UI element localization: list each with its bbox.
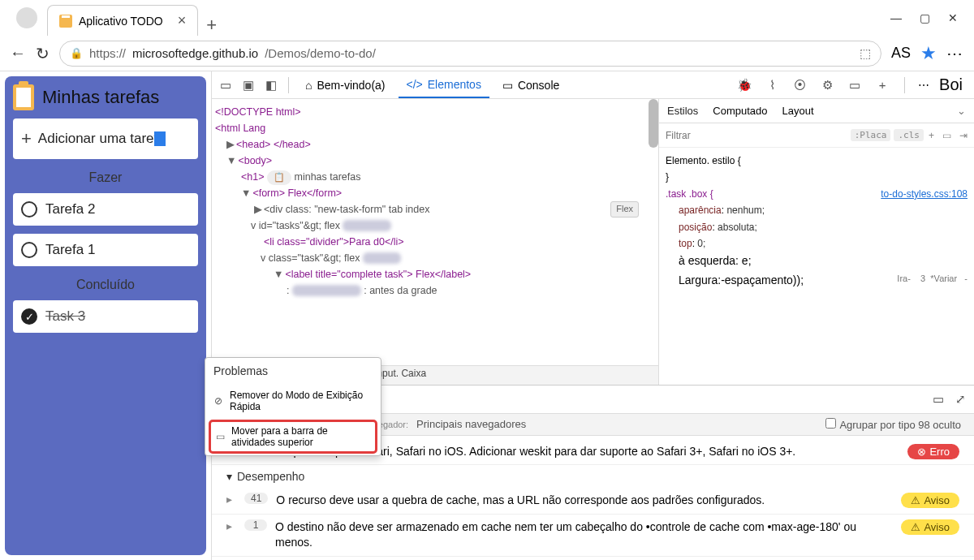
tab-title: Aplicativo TODO [79,15,163,28]
dom-node[interactable]: <label title="complete task"> Flex</labe… [285,269,471,280]
task-label: Tarefa 2 [45,201,95,218]
refresh-button[interactable]: ↻ [36,44,50,63]
tab-close-icon[interactable]: × [178,12,187,29]
warning-chip: ⚠Aviso [901,493,959,508]
drawer-expand-icon[interactable]: ⤢ [955,392,966,407]
new-style-icon[interactable]: + [929,130,934,141]
close-window-icon[interactable]: ✕ [948,11,958,24]
issue-count: 1 [244,519,267,531]
tab-layout[interactable]: Layout [782,105,814,117]
task-radio[interactable] [21,242,37,258]
issue-row[interactable]: ▸ 1 O destino não deve ser armazenado em… [212,515,974,557]
devtools-toolbar: ▭ ▣ ◧ ⌂Bem-vindo(a) </>Elementos ▭Consol… [212,71,974,99]
more-tabs-icon[interactable]: + [873,76,891,94]
text-cursor [154,131,166,146]
inspect-icon[interactable]: ▭ [217,76,235,94]
settings-icon[interactable]: ⚙ [818,76,836,94]
toggle-pane-icon[interactable]: ⇥ [959,130,968,141]
task-label: Tarefa 1 [45,242,95,258]
dom-node[interactable]: v class="task"&gt; flex [261,252,360,264]
dom-node[interactable]: <form> Flex</form> [252,187,342,199]
scrollbar-thumb[interactable] [649,99,658,148]
memory-icon[interactable]: ▭ [846,76,864,94]
styles-filter-input[interactable] [666,130,847,141]
chevron-down-icon[interactable]: ⌄ [957,105,966,117]
minimize-icon[interactable]: — [890,11,902,24]
add-task-input[interactable]: + Adicionar uma tarefa [13,118,198,159]
hov-toggle[interactable]: :Placa [851,129,891,141]
drawer-dock-icon[interactable]: ▭ [933,392,944,407]
boi-label: Boi [939,75,963,94]
profile-avatar[interactable] [16,7,37,28]
window-controls: — ▢ ✕ [890,11,958,24]
dom-node[interactable]: <div class: "new-task-form" tab index [264,204,429,215]
dom-tree[interactable]: <!DOCTYPE html> <html Lang ▶<head> </hea… [212,99,658,365]
back-button[interactable]: ← [10,44,26,62]
profile-badge[interactable]: AS [891,45,911,62]
devtools-menu-icon[interactable]: ⋯ [918,79,929,92]
url-scheme: https:// [89,46,126,60]
dom-node[interactable]: <!DOCTYPE html> [215,106,301,118]
tab-favicon [59,15,72,28]
pwa-install-icon[interactable]: ⬚ [860,46,871,61]
task-check-icon[interactable]: ✓ [21,308,37,325]
dom-pane: <!DOCTYPE html> <html Lang ▶<head> </hea… [212,99,659,385]
tab-elements[interactable]: </>Elementos [399,71,489,98]
tab-console[interactable]: ▭Console [494,71,567,98]
tab-computed[interactable]: Computado [713,105,767,117]
styles-pane: Estilos Computado Layout ⌄ :Placa .cls +… [659,99,974,385]
group-checkbox[interactable]: Agrupar por tipo 98 oculto [825,418,961,431]
performance-icon[interactable]: ⦿ [791,76,808,94]
css-rule: } [666,169,968,185]
flex-badge[interactable]: Flex [610,201,639,218]
bug-icon[interactable]: 🐞 [735,76,753,94]
browser-menu-icon[interactable]: ⋯ [946,44,964,63]
issue-row[interactable]: ▸ 41 O recurso deve usar a quebra de cac… [212,488,974,515]
issue-message: O recurso deve usar a quebra de cache, m… [276,493,893,509]
add-task-placeholder: Adicionar uma tarefa [38,131,166,147]
todo-app: Minhas tarefas + Adicionar uma tarefa Fa… [5,76,206,555]
favorite-star-icon[interactable]: ★ [920,43,937,64]
task-radio[interactable] [21,201,37,218]
maximize-icon[interactable]: ▢ [920,11,930,24]
url-box[interactable]: 🔒 https://microsoftedge.github.io/Demos/… [59,41,881,67]
page-title: Minhas tarefas [13,84,198,110]
issue-count: 41 [244,493,268,504]
task-row[interactable]: Tarefa 2 [13,193,198,226]
plus-icon: + [21,128,32,149]
issue-message: O destino não deve ser armazenado em cac… [275,519,893,551]
device-icon[interactable]: ▣ [239,76,257,94]
dom-node[interactable]: <h1> [241,171,265,183]
tab-styles[interactable]: Estilos [667,105,698,117]
error-chip: ⊗Erro [907,444,959,459]
dom-node[interactable]: <html Lang [215,123,265,134]
task-row[interactable]: ✓ Task 3 [13,300,198,333]
context-menu: Problemas ⊘ Remover do Modo de Exibição … [205,357,381,456]
ctxmenu-item-move-top[interactable]: ▭ Mover para a barra de atividades super… [209,420,377,454]
css-source-link[interactable]: to-do-styles.css:108 [881,186,968,202]
warning-chip: ⚠Aviso [901,519,959,535]
cls-toggle[interactable]: .cls [894,129,924,141]
ctxmenu-item-remove[interactable]: ⊘ Remover do Modo de Exibição Rápida [205,384,381,418]
browser-tab[interactable]: Aplicativo TODO × [47,5,198,36]
dock-icon[interactable]: ◧ [262,76,280,94]
dom-node[interactable]: <head> </head> [236,139,311,150]
network-icon[interactable]: ⌇ [763,76,781,94]
dom-node[interactable]: <body> [238,155,272,166]
css-rules[interactable]: Elemento. estilo { } .task .box {to-do-s… [659,148,974,385]
css-selector: .task .box { [666,188,713,200]
unpin-icon: ⊘ [213,395,223,407]
address-bar: ← ↻ 🔒 https://microsoftedge.github.io/De… [0,36,974,71]
panel-icon: ▭ [216,431,225,442]
dom-node[interactable]: <li class="divider">Para d0</li> [264,236,404,248]
task-row[interactable]: Tarefa 1 [13,234,198,266]
browser-select[interactable]: Principais navegadores [416,418,526,430]
ctxmenu-title: Problemas [205,358,381,384]
issue-group[interactable]: ▾Desempenho [212,465,974,488]
box-model-icon[interactable]: ▭ [942,130,951,141]
new-tab-button[interactable]: + [206,15,217,36]
dom-node[interactable]: v id="tasks"&gt; flex [251,220,340,231]
code-icon: </> [407,78,423,91]
page-title-text: Minhas tarefas [42,87,159,108]
tab-welcome[interactable]: ⌂Bem-vindo(a) [297,71,394,98]
